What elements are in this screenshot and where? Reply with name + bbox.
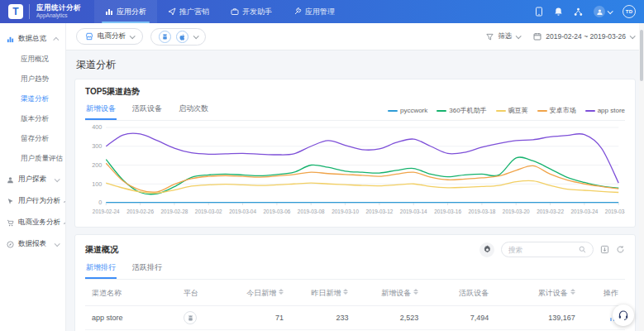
filter-control[interactable]: 筛选 xyxy=(486,31,520,41)
app-logo: T xyxy=(8,4,23,19)
sidebar-item-user-quality[interactable]: 用户质量评估 xyxy=(0,149,65,169)
group-label: 数据报表 xyxy=(18,239,46,249)
legend-label: 豌豆荚 xyxy=(508,106,528,115)
platform-switcher[interactable] xyxy=(150,28,206,46)
compass-icon xyxy=(7,241,14,248)
chevron-down-icon xyxy=(630,33,636,39)
briefcase-icon xyxy=(231,7,239,16)
trend-card: TOP5渠道趋势 新增设备 活跃设备 启动次数 pyccwork360手机助手豌… xyxy=(74,79,636,228)
legend-item[interactable]: 安卓市场 xyxy=(537,106,576,115)
share-network-icon[interactable] xyxy=(574,7,583,17)
app-header: T 应用统计分析 AppAnalytics 应用分析 推广营销 开发助手 应用管… xyxy=(0,0,644,23)
svg-text:2019-03-06: 2019-03-06 xyxy=(264,209,291,214)
today-new: 71 xyxy=(226,306,290,330)
svg-text:2019-03-14: 2019-03-14 xyxy=(400,209,427,214)
sidebar-item-version-analysis[interactable]: 版本分析 xyxy=(0,109,65,129)
chevron-down-icon xyxy=(193,33,199,39)
brand-badge[interactable]: TD xyxy=(623,5,636,18)
device-icon[interactable] xyxy=(535,7,543,17)
legend-dash-icon xyxy=(585,110,595,112)
nav-item-dev-assistant[interactable]: 开发助手 xyxy=(220,0,283,23)
tab-launch-count[interactable]: 启动次数 xyxy=(178,103,209,120)
legend-dash-icon xyxy=(436,110,446,112)
total-devices: 139,167 xyxy=(495,306,581,330)
calendar-icon xyxy=(533,32,541,41)
sidebar-item-app-overview[interactable]: 应用概况 xyxy=(0,50,65,70)
page-title: 渠道分析 xyxy=(76,58,634,72)
nav-item-promotion[interactable]: 推广营销 xyxy=(157,0,220,23)
svg-text:2019-03-16: 2019-03-16 xyxy=(434,209,461,214)
active-devices: 7,494 xyxy=(425,306,495,330)
scrollbar-track[interactable] xyxy=(639,23,644,331)
sidebar-group-data-report[interactable]: 数据报表 xyxy=(0,233,65,255)
ranking-tabs: 新增排行 活跃排行 xyxy=(85,262,163,279)
svg-text:0: 0 xyxy=(98,199,102,206)
nav-item-app-analysis[interactable]: 应用分析 xyxy=(94,0,157,23)
bell-icon[interactable] xyxy=(554,7,563,17)
app-selector-dropdown[interactable]: 电商分析 xyxy=(76,28,143,45)
user-icon xyxy=(7,176,14,184)
new-devices: 2,523 xyxy=(355,306,425,330)
chevron-down-icon xyxy=(608,8,613,14)
legend-dash-icon xyxy=(537,110,547,112)
wrench-icon xyxy=(293,7,302,16)
sidebar-item-retention-analysis[interactable]: 留存分析 xyxy=(0,129,65,149)
table-header-row: 渠道名称平台今日新增昨日新增新增设备活跃设备累计设备操作 xyxy=(85,281,625,306)
sort-carets-icon[interactable] xyxy=(570,289,575,295)
date-range-picker[interactable]: 2019-02-24 ~ 2019-03-26 xyxy=(533,32,634,41)
search-icon[interactable] xyxy=(579,246,586,253)
sidebar-group-data-overview[interactable]: 数据总览 xyxy=(0,28,65,50)
column-header[interactable]: 累计设备 xyxy=(495,281,581,306)
refresh-icon[interactable] xyxy=(616,245,625,254)
legend-item[interactable]: pyccwork xyxy=(388,107,427,114)
yesterday-new: 233 xyxy=(290,306,355,330)
legend-item[interactable]: 豌豆荚 xyxy=(496,106,528,115)
sidebar-group-user-explore[interactable]: 用户探索 xyxy=(0,169,65,190)
android-platform-button[interactable] xyxy=(159,31,171,43)
channel-table: 渠道名称平台今日新增昨日新增新增设备活跃设备累计设备操作 app store71… xyxy=(85,281,625,331)
column-header[interactable]: 今日新增 xyxy=(226,281,290,306)
tab-new-ranking[interactable]: 新增排行 xyxy=(85,262,117,279)
chevron-down-icon xyxy=(130,33,136,39)
nav-item-app-management[interactable]: 应用管理 xyxy=(283,0,346,23)
sort-carets-icon[interactable] xyxy=(279,289,284,295)
column-header[interactable]: 新增设备 xyxy=(355,281,425,306)
svg-text:2019-03-12: 2019-03-12 xyxy=(366,209,394,214)
cart-icon xyxy=(7,219,14,227)
sidebar-item-channel-analysis[interactable]: 渠道分析 xyxy=(0,89,65,109)
tab-active-ranking[interactable]: 活跃排行 xyxy=(131,262,163,279)
chart-legend: pyccwork360手机助手豌豆荚安卓市场app store xyxy=(388,106,625,120)
ios-platform-button[interactable] xyxy=(176,31,188,43)
headset-icon xyxy=(618,309,629,321)
customer-service-button[interactable] xyxy=(613,305,634,326)
svg-text:2019-03-02: 2019-03-02 xyxy=(195,209,222,214)
legend-item[interactable]: 360手机助手 xyxy=(436,106,486,115)
app-toolbar: 电商分析 筛选 2019-02-24 ~ 2019-03-26 xyxy=(66,23,644,50)
overview-card-title: 渠道概况 xyxy=(85,244,118,256)
legend-label: 安卓市场 xyxy=(550,106,576,115)
export-icon[interactable] xyxy=(600,245,609,254)
sidebar-group-ecommerce[interactable]: 电商业务分析 xyxy=(0,212,65,233)
group-label: 数据总览 xyxy=(18,34,46,44)
column-header[interactable]: 昨日新增 xyxy=(290,281,355,306)
nav-label: 开发助手 xyxy=(242,7,272,17)
series-line-豌豆荚 xyxy=(106,180,618,193)
group-label: 用户探索 xyxy=(18,175,46,185)
tab-new-devices[interactable]: 新增设备 xyxy=(85,103,117,120)
sort-carets-icon[interactable] xyxy=(343,289,348,295)
search-input[interactable] xyxy=(508,246,579,254)
gear-icon[interactable] xyxy=(479,242,494,257)
column-header: 平台 xyxy=(177,281,226,306)
sidebar-group-user-behavior[interactable]: 用户行为分析 xyxy=(0,190,65,212)
sidebar-item-user-trend[interactable]: 用户趋势 xyxy=(0,70,65,89)
search-box xyxy=(501,242,594,257)
group-label: 用户行为分析 xyxy=(18,196,60,206)
user-menu[interactable] xyxy=(594,6,612,17)
scrollbar-thumb[interactable] xyxy=(640,30,643,81)
date-range-value: 2019-02-24 ~ 2019-03-26 xyxy=(546,32,626,41)
legend-item[interactable]: app store xyxy=(585,107,625,114)
user-avatar-icon xyxy=(594,6,605,17)
sort-carets-icon[interactable] xyxy=(413,289,418,295)
column-header: 渠道名称 xyxy=(85,281,177,306)
tab-active-devices[interactable]: 活跃设备 xyxy=(131,103,163,120)
